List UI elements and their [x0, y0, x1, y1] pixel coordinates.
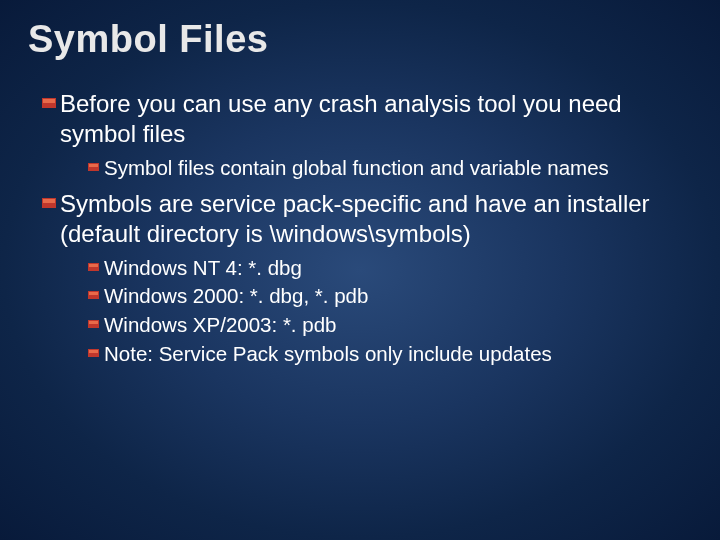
bullet-icon	[88, 349, 104, 357]
list-item: Note: Service Pack symbols only include …	[88, 341, 692, 367]
list-item-text: Windows NT 4: *. dbg	[104, 255, 302, 281]
list-item-text: Before you can use any crash analysis to…	[60, 89, 692, 149]
bullet-icon	[42, 98, 60, 108]
svg-rect-11	[89, 321, 98, 324]
svg-rect-1	[43, 99, 55, 103]
bullet-icon	[88, 320, 104, 328]
list-item: Symbols are service pack-specific and ha…	[42, 189, 692, 367]
svg-rect-13	[89, 350, 98, 353]
bullet-list-level2: Symbol files contain global function and…	[88, 155, 692, 181]
svg-rect-5	[43, 199, 55, 203]
list-item: Windows NT 4: *. dbg	[88, 255, 692, 281]
svg-rect-3	[89, 164, 98, 167]
list-item: Before you can use any crash analysis to…	[42, 89, 692, 181]
bullet-icon	[88, 291, 104, 299]
list-item-text: Windows XP/2003: *. pdb	[104, 312, 336, 338]
bullet-list-level2: Windows NT 4: *. dbg Windows 2000: *. db…	[88, 255, 692, 367]
list-item-text: Windows 2000: *. dbg, *. pdb	[104, 283, 368, 309]
svg-rect-7	[89, 264, 98, 267]
list-item-text: Symbols are service pack-specific and ha…	[60, 189, 692, 249]
bullet-icon	[88, 163, 104, 171]
bullet-icon	[42, 198, 60, 208]
bullet-icon	[88, 263, 104, 271]
list-item: Symbol files contain global function and…	[88, 155, 692, 181]
list-item: Windows XP/2003: *. pdb	[88, 312, 692, 338]
svg-rect-9	[89, 292, 98, 295]
list-item: Windows 2000: *. dbg, *. pdb	[88, 283, 692, 309]
bullet-list-level1: Before you can use any crash analysis to…	[42, 89, 692, 366]
list-item-text: Note: Service Pack symbols only include …	[104, 341, 552, 367]
list-item-text: Symbol files contain global function and…	[104, 155, 609, 181]
slide-title: Symbol Files	[28, 18, 692, 61]
